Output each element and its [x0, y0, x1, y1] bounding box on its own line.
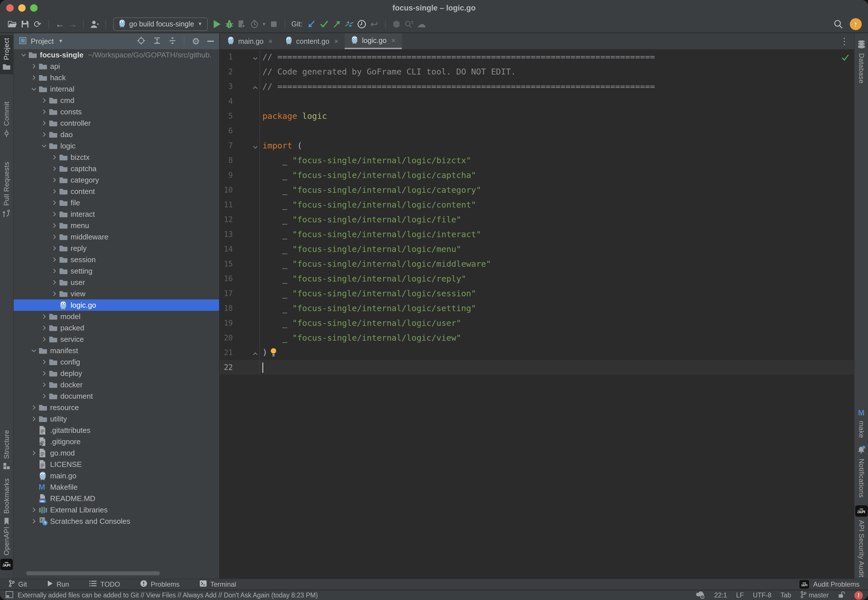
tree-item-logic.go[interactable]: logic.go [14, 299, 219, 311]
tree-item-service[interactable]: service [14, 333, 219, 345]
horizontal-scrollbar[interactable] [26, 571, 160, 575]
code-line-9[interactable]: 9_ "focus-single/internal/logic/captcha" [220, 168, 854, 183]
locate-file-icon[interactable] [137, 36, 146, 46]
tree-item-reply[interactable]: reply [14, 242, 219, 254]
chevron-right-icon[interactable] [29, 416, 39, 422]
undo-icon[interactable]: ↩ [368, 18, 380, 30]
code-line-17[interactable]: 17_ "focus-single/internal/logic/session… [220, 286, 854, 301]
tree-item-manifest[interactable]: manifest [14, 345, 219, 356]
cloud-icon[interactable]: ☁ [415, 18, 428, 30]
save-icon[interactable] [19, 18, 31, 30]
code-line-1[interactable]: 1// ====================================… [220, 50, 854, 64]
tool-strip-make[interactable]: Mmake [854, 406, 868, 441]
tree-item-Scratches and Consoles[interactable]: Scratches and Consoles [14, 515, 219, 527]
chevron-right-icon[interactable] [39, 336, 49, 342]
chevron-right-icon[interactable] [50, 223, 59, 229]
chevron-right-icon[interactable] [50, 154, 59, 161]
tool-strip-api-security-audit[interactable]: •••/APIAPI Security Audit [854, 503, 868, 580]
tree-item-.gitignore[interactable]: .gitignore [14, 436, 219, 447]
tree-item-utility[interactable]: utility [14, 413, 219, 424]
git-commit-check-icon[interactable] [318, 18, 330, 30]
chevron-down-icon[interactable]: ▼ [261, 18, 268, 30]
tree-item-file[interactable]: file [14, 197, 219, 208]
tool-strip-database[interactable]: Database [854, 37, 868, 86]
tree-item-controller[interactable]: controller [14, 117, 219, 129]
code-line-18[interactable]: 18_ "focus-single/internal/logic/setting… [220, 301, 854, 316]
chevron-right-icon[interactable] [29, 63, 39, 70]
code-editor[interactable]: 1// ====================================… [220, 50, 854, 579]
tree-item-README.MD[interactable]: MDREADME.MD [14, 493, 219, 504]
audit-problems-button[interactable]: •••/APIAudit Problems [800, 580, 859, 589]
git-branch-widget[interactable]: master [800, 591, 829, 600]
code-line-11[interactable]: 11_ "focus-single/internal/logic/content… [220, 197, 854, 212]
chevron-right-icon[interactable] [39, 97, 49, 103]
search-history-icon[interactable] [403, 18, 415, 30]
tree-item-main.go[interactable]: main.go [14, 470, 219, 482]
chevron-right-icon[interactable] [50, 165, 59, 172]
error-indicator[interactable]: ! [854, 591, 863, 600]
chevron-right-icon[interactable] [50, 268, 59, 274]
tree-item-.gitattributes[interactable]: .gitattributes [14, 424, 219, 436]
tree-item-deploy[interactable]: deploy [14, 368, 219, 379]
tree-item-packed[interactable]: packed [14, 322, 219, 333]
tree-item-middleware[interactable]: middleware [14, 231, 219, 242]
chevron-right-icon[interactable] [39, 109, 49, 115]
gear-icon[interactable]: ⚙ [192, 37, 200, 46]
editor-tab-main.go[interactable]: main.go× [221, 33, 279, 49]
project-panel-header[interactable]: Project ▼ ⚙ [14, 33, 219, 49]
tree-item-focus-single[interactable]: focus-single~/Workspace/Go/GOPATH/src/gi… [14, 49, 219, 61]
tree-item-category[interactable]: category [14, 174, 219, 186]
tree-item-view[interactable]: view [14, 288, 219, 299]
chevron-right-icon[interactable] [50, 188, 59, 194]
chevron-right-icon[interactable] [50, 279, 59, 285]
open-folder-icon[interactable] [6, 18, 19, 30]
intention-bulb-icon[interactable] [270, 348, 277, 359]
code-line-6[interactable]: 6 [220, 123, 854, 138]
tool-strip-commit[interactable]: Commit [0, 98, 13, 141]
code-line-8[interactable]: 8_ "focus-single/internal/logic/bizctx" [220, 153, 854, 168]
tree-item-Makefile[interactable]: MMakefile [14, 482, 219, 493]
tree-item-session[interactable]: session [14, 254, 219, 265]
editor-tab-logic.go[interactable]: logic.go× [345, 33, 402, 49]
tool-window-button-git[interactable]: Git [9, 580, 27, 589]
chevron-right-icon[interactable] [50, 245, 59, 252]
code-line-2[interactable]: 2// Code generated by GoFrame CLI tool. … [220, 64, 854, 79]
chevron-right-icon[interactable] [39, 359, 49, 365]
tool-strip-notifications[interactable]: Notifications [854, 443, 868, 500]
fold-up-icon[interactable] [252, 83, 258, 93]
chevron-right-icon[interactable] [39, 131, 49, 138]
tree-item-docker[interactable]: docker [14, 379, 219, 391]
code-line-7[interactable]: 7import ( [220, 138, 854, 153]
chevron-right-icon[interactable] [50, 234, 59, 240]
tree-item-content[interactable]: content [14, 186, 219, 197]
fold-down-icon[interactable] [252, 53, 258, 63]
tree-item-config[interactable]: config [14, 356, 219, 368]
expand-all-icon[interactable] [153, 37, 161, 46]
stop-icon[interactable] [268, 18, 280, 30]
history-clock-icon[interactable] [356, 18, 368, 30]
back-icon[interactable]: ← [53, 18, 66, 30]
chevron-right-icon[interactable] [39, 382, 49, 388]
tree-item-bizctx[interactable]: bizctx [14, 152, 219, 163]
code-line-19[interactable]: 19_ "focus-single/internal/logic/user" [220, 316, 854, 330]
editor-area[interactable]: main.go×content.go×logic.go×⋮ 1// ======… [220, 33, 854, 579]
tree-item-interact[interactable]: interact [14, 208, 219, 220]
tree-item-document[interactable]: document [14, 391, 219, 402]
tool-strip-openapi[interactable]: OpenAPI•••/API [0, 524, 13, 573]
code-line-10[interactable]: 10_ "focus-single/internal/logic/categor… [220, 183, 854, 197]
chevron-right-icon[interactable] [29, 518, 39, 524]
code-line-16[interactable]: 16_ "focus-single/internal/logic/reply" [220, 271, 854, 286]
chevron-down-icon[interactable]: ▼ [58, 38, 63, 44]
tool-strip-pull-requests[interactable]: Pull Requests [0, 159, 13, 221]
close-icon[interactable]: × [268, 37, 273, 45]
tree-item-setting[interactable]: setting [14, 265, 219, 277]
tree-item-user[interactable]: user [14, 277, 219, 288]
profiler-icon[interactable] [248, 18, 261, 30]
fold-up-icon[interactable] [252, 349, 258, 359]
tree-item-model[interactable]: model [14, 311, 219, 322]
tree-item-internal[interactable]: internal [14, 83, 219, 95]
git-push-icon[interactable] [330, 18, 343, 30]
chevron-right-icon[interactable] [50, 211, 59, 217]
chevron-right-icon[interactable] [29, 450, 39, 456]
chevron-right-icon[interactable] [50, 200, 59, 206]
